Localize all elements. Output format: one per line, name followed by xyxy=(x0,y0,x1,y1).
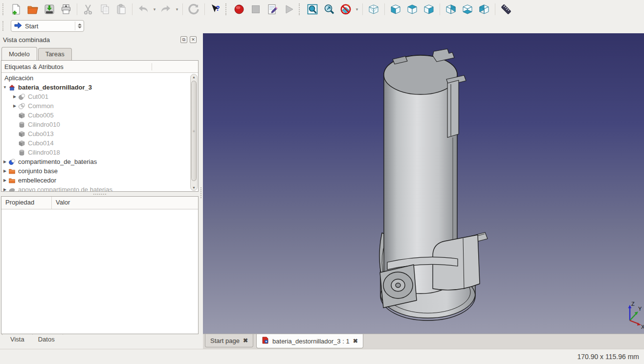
view-bottom-button[interactable] xyxy=(459,2,476,17)
draw-style-button[interactable] xyxy=(337,2,354,17)
cut-button[interactable] xyxy=(80,2,96,17)
macro-stop-button[interactable] xyxy=(247,2,264,17)
tree-item[interactable]: Cilindro018 xyxy=(1,148,198,157)
paste-icon xyxy=(115,3,127,15)
close-tab-icon[interactable]: ✖ xyxy=(243,337,248,344)
tree-item[interactable]: ▶ embellecedor xyxy=(1,176,198,185)
tree-item[interactable]: ▶ apoyo compartimento de baterias xyxy=(1,185,198,191)
tree-item[interactable]: Cubo013 xyxy=(1,129,198,138)
tab-datos[interactable]: Datos xyxy=(30,334,63,346)
expand-arrow-icon[interactable]: ▶ xyxy=(1,187,8,191)
toolbar-drag-handle[interactable] xyxy=(2,21,6,31)
copy-button[interactable] xyxy=(96,2,113,17)
draw-style-dropdown[interactable]: ▾ xyxy=(354,2,360,17)
tree-item[interactable]: ▶ conjunto base xyxy=(1,166,198,176)
tab-start-page[interactable]: Start page ✖ xyxy=(205,334,253,347)
expand-arrow-icon[interactable]: ▶ xyxy=(11,104,18,108)
view-front-button[interactable] xyxy=(387,2,404,17)
paste-button[interactable] xyxy=(113,2,130,17)
separator xyxy=(495,3,495,15)
macro-edit-button[interactable] xyxy=(264,2,281,17)
tree-item-document[interactable]: ▼ bateria_destornillador_3 xyxy=(1,83,198,92)
cube-icon xyxy=(18,140,26,147)
stop-macro-icon xyxy=(250,3,262,15)
3d-viewport[interactable]: Z Y X xyxy=(203,33,644,334)
tab-tareas[interactable]: Tareas xyxy=(38,48,72,60)
undo-dropdown[interactable]: ▾ xyxy=(152,2,157,17)
tree-scrollbar[interactable]: ▲ ≡ ▼ xyxy=(190,74,198,191)
view-front-icon xyxy=(390,3,401,15)
whats-this-icon: ? xyxy=(210,3,222,15)
tree-item[interactable]: ▶ Cut001 xyxy=(1,92,198,101)
view-isometric-button[interactable] xyxy=(365,2,382,17)
tree-root[interactable]: Aplicación xyxy=(1,73,198,83)
tree-item[interactable]: ▶ Common xyxy=(1,101,198,111)
folder-icon xyxy=(8,168,16,175)
dock-splitter[interactable] xyxy=(200,33,203,349)
separator xyxy=(362,3,363,15)
expand-arrow-icon[interactable]: ▶ xyxy=(1,159,8,164)
ellipsoid-icon xyxy=(8,186,16,192)
folder-icon xyxy=(8,177,16,184)
zoom-button[interactable] xyxy=(321,2,337,17)
macro-record-button[interactable] xyxy=(231,2,247,17)
close-tab-icon[interactable]: ✖ xyxy=(353,338,358,344)
boolean-cut-icon xyxy=(18,93,26,100)
redo-icon xyxy=(160,3,172,15)
undo-button[interactable] xyxy=(135,2,152,17)
toolbar-drag-handle[interactable] xyxy=(225,3,229,15)
property-list xyxy=(1,209,198,334)
tree-item[interactable]: Cubo005 xyxy=(1,111,198,120)
redo-dropdown[interactable]: ▾ xyxy=(174,2,180,17)
cube-icon xyxy=(18,112,26,119)
view-right-button[interactable] xyxy=(421,2,437,17)
collapse-arrow-icon[interactable]: ▼ xyxy=(1,85,8,90)
expand-arrow-icon[interactable]: ▶ xyxy=(1,178,8,182)
tree-column-header[interactable]: Etiquetas & Atributos xyxy=(1,63,152,70)
macro-run-button[interactable] xyxy=(281,2,297,17)
status-bar: 170.90 x 115.96 mm xyxy=(0,349,644,364)
scroll-up-icon[interactable]: ▲ xyxy=(191,75,197,79)
redo-button[interactable] xyxy=(157,2,174,17)
measure-button[interactable] xyxy=(498,2,514,17)
copy-icon xyxy=(99,3,111,15)
close-panel-icon[interactable]: ✕ xyxy=(190,36,197,43)
open-document-button[interactable] xyxy=(24,2,41,17)
tab-bateria-destornillador[interactable]: bateria_destornillador_3 : 1 ✖ xyxy=(256,334,363,348)
tree-item[interactable]: Cilindro010 xyxy=(1,120,198,129)
save-icon xyxy=(44,3,55,15)
print-button[interactable] xyxy=(58,2,74,17)
refresh-button[interactable] xyxy=(185,2,202,17)
panel-splitter[interactable] xyxy=(0,192,200,196)
fit-all-button[interactable] xyxy=(304,2,321,17)
boolean-cut-blue-icon xyxy=(8,159,16,165)
tab-vista[interactable]: Vista xyxy=(2,334,33,346)
edit-macro-icon xyxy=(266,3,278,15)
property-editor: Propiedad Valor xyxy=(1,196,199,334)
view-rear-button[interactable] xyxy=(443,2,459,17)
view-left-button[interactable] xyxy=(476,2,492,17)
value-column-header[interactable]: Valor xyxy=(52,197,74,209)
toolbar-drag-handle[interactable] xyxy=(299,3,303,15)
toolbar-drag-handle[interactable] xyxy=(2,3,6,15)
tab-modelo[interactable]: Modelo xyxy=(1,47,37,60)
expand-arrow-icon[interactable]: ▶ xyxy=(1,169,8,173)
new-document-button[interactable] xyxy=(8,2,24,17)
float-panel-icon[interactable]: ⧉ xyxy=(180,36,187,43)
tree-item[interactable]: Cubo014 xyxy=(1,138,198,148)
scroll-down-icon[interactable]: ▼ xyxy=(191,186,197,189)
separator xyxy=(132,3,133,15)
view-top-button[interactable] xyxy=(404,2,421,17)
axis-x-label: X xyxy=(641,324,644,330)
property-column-header[interactable]: Propiedad xyxy=(1,197,52,209)
tree-item[interactable]: ▶ compartimento_de_baterias xyxy=(1,157,198,166)
workbench-icon xyxy=(14,22,22,30)
whats-this-button[interactable]: ? xyxy=(207,2,224,17)
workbench-selector[interactable]: Start xyxy=(11,20,84,32)
save-document-button[interactable] xyxy=(41,2,58,17)
view-left-icon xyxy=(478,3,490,15)
run-macro-icon xyxy=(283,3,295,15)
workbench-spin-arrows[interactable] xyxy=(75,22,82,30)
expand-arrow-icon[interactable]: ▶ xyxy=(11,94,18,99)
scrollbar-thumb[interactable]: ≡ xyxy=(191,81,197,181)
